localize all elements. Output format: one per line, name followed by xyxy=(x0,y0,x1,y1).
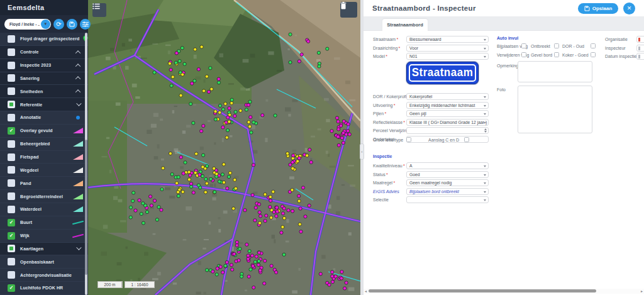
scroll-right-arrow[interactable]: ▸ xyxy=(641,289,643,293)
field-input-pijlen[interactable]: Geen pijl xyxy=(406,110,489,117)
layer-checkbox[interactable] xyxy=(8,48,15,56)
checkbox-bijplaatsen-vlag[interactable] xyxy=(521,43,526,48)
field-input-maatregel[interactable]: Geen maatregel nodig xyxy=(406,179,489,186)
layer-checkbox[interactable]: ✓ xyxy=(8,284,15,292)
save-button[interactable]: Opslaan xyxy=(578,3,618,14)
layer-swatch-triangle xyxy=(72,206,84,212)
tab-straatnaambord[interactable]: Straatnaambord xyxy=(382,19,428,31)
sidebar-scrollbar-thumb[interactable] xyxy=(85,140,87,275)
layer-checkbox[interactable] xyxy=(8,271,15,279)
layer-checkbox[interactable]: ✓ xyxy=(8,232,15,240)
field-input-organisatie[interactable] xyxy=(636,36,644,43)
sidebar-item-overlay-gevuld[interactable]: ✓Overlay gevuld xyxy=(0,125,88,138)
sidebar-item-kaartlagen[interactable]: Kaartlagen xyxy=(0,243,88,256)
save-view-button[interactable] xyxy=(67,19,77,30)
layer-checkbox[interactable] xyxy=(8,192,15,200)
layer-checkbox[interactable] xyxy=(8,245,15,252)
sidebar-item-wegdeel[interactable]: Wegdeel xyxy=(0,164,88,177)
checkbox-ontbreekt[interactable] xyxy=(554,43,559,48)
sidebar-item-floyd-drager-ge-nspecteerd[interactable]: Floyd drager geïnspecteerd xyxy=(0,33,88,46)
field-input-status[interactable]: Goed xyxy=(406,171,489,178)
sidebar-item-snelheden[interactable]: Snelheden xyxy=(0,85,88,98)
checkbox-verwijderen-vlag[interactable] xyxy=(521,52,526,57)
sidebar-item-fietspad[interactable]: Fietspad xyxy=(0,151,88,164)
checkbox-gevel-bord[interactable] xyxy=(554,52,559,57)
close-icon: ✕ xyxy=(627,5,632,11)
chevron-down-icon xyxy=(484,174,486,176)
sidebar-item-inspectie-2023[interactable]: Inspectie 2023 xyxy=(0,59,88,72)
required-asterisk: * xyxy=(386,172,388,177)
close-button[interactable]: ✕ xyxy=(623,3,635,14)
opmerking-textarea[interactable] xyxy=(518,61,592,82)
sidebar-scrollbar[interactable] xyxy=(85,33,87,295)
map-layers-button[interactable] xyxy=(92,3,106,17)
field-input-datum-inspectie[interactable] xyxy=(636,53,644,60)
field-input-ergis-advies[interactable]: Bijplaatsen bord ontbreekt xyxy=(406,188,489,195)
scroll-left-arrow[interactable]: ◂ xyxy=(365,289,367,293)
layer-checkbox[interactable] xyxy=(8,206,15,213)
checkbox-groot-lettertype[interactable] xyxy=(406,137,411,142)
chevron-up-icon xyxy=(72,50,84,54)
field-input-uitvoering[interactable]: Enkelzijdig middenachter lichtmast xyxy=(406,102,489,109)
panel-divider: ‹ xyxy=(360,0,364,295)
foto-dropzone[interactable] xyxy=(518,86,592,133)
sidebar-item-openbasiskaart[interactable]: Openbasiskaart xyxy=(0,255,88,269)
layer-checkbox[interactable] xyxy=(8,153,15,161)
auto-invul-header: Auto invul xyxy=(497,36,518,40)
sidebar-item-controle[interactable]: Controle xyxy=(0,46,88,59)
checkbox-aanslag-c-en-d[interactable] xyxy=(464,137,469,142)
layer-checkbox[interactable] xyxy=(8,140,15,148)
layer-checkbox[interactable] xyxy=(8,35,15,43)
collapse-panel-handle[interactable]: ‹ xyxy=(360,143,364,160)
chevron-up-icon xyxy=(72,89,84,93)
checkbox-label-gevel-bord: Gevel bord xyxy=(531,53,552,57)
filter-button[interactable] xyxy=(80,19,91,30)
layer-checkbox[interactable] xyxy=(8,114,15,121)
layer-checkbox[interactable] xyxy=(8,166,15,174)
sidebar-item-waterdeel[interactable]: Waterdeel xyxy=(0,203,88,216)
field-input-model[interactable]: N01 xyxy=(406,53,489,60)
layer-checkbox[interactable]: ✓ xyxy=(8,219,15,226)
save-button-label: Opslaan xyxy=(592,6,613,11)
number-stepper[interactable] xyxy=(484,128,487,133)
required-asterisk: * xyxy=(394,103,396,108)
profile-dropdown[interactable]: Floyd / Ineke - ... ▾ xyxy=(4,19,51,30)
field-input-inspecteur[interactable] xyxy=(636,45,644,52)
horizontal-scrollbar[interactable]: ◂ ▸ xyxy=(364,289,644,294)
layer-checkbox[interactable] xyxy=(8,74,15,82)
refresh-button[interactable]: ⟳ xyxy=(53,19,64,30)
field-input-reflectieklasse[interactable]: Klasse III ( DG³ Diamond Grade 12 jaar ) xyxy=(406,119,489,126)
layer-checkbox[interactable] xyxy=(8,62,15,69)
layer-label: Wegdeel xyxy=(20,168,72,172)
sidebar-item-wijk[interactable]: ✓Wijk xyxy=(0,230,88,243)
layer-checkbox[interactable]: ✓ xyxy=(8,127,15,135)
field-input-perceel-verwijzing[interactable] xyxy=(406,127,489,134)
layer-label: Pand xyxy=(20,181,72,186)
sidebar-item-achtergrondvisualisatie[interactable]: Achtergrondvisualisatie xyxy=(0,269,88,282)
layer-checkbox[interactable] xyxy=(8,101,15,108)
map-canvas[interactable]: 200 m 1 : 16460 xyxy=(88,0,360,295)
layer-checkbox[interactable] xyxy=(8,258,15,265)
layer-checkbox[interactable] xyxy=(8,179,15,187)
sidebar-item-begroeidterreindeel[interactable]: Begroeidterreindeel xyxy=(0,190,88,203)
chevron-down-icon[interactable]: ▾ xyxy=(41,19,50,29)
layer-checkbox[interactable] xyxy=(8,87,15,95)
refresh-icon: ⟳ xyxy=(56,21,61,28)
horizontal-scrollbar-thumb[interactable] xyxy=(369,289,596,292)
field-input-kwaliteitniveau[interactable]: A xyxy=(406,162,489,169)
checkbox-dor-oud[interactable] xyxy=(591,43,596,48)
field-input-selectie[interactable] xyxy=(406,196,489,203)
sidebar-item-pand[interactable]: Pand xyxy=(0,177,88,190)
field-input-straatnaam[interactable]: Biessumerwaard xyxy=(406,36,489,43)
field-label-organisatie: Organisatie xyxy=(605,37,628,42)
checkbox-koker-goed[interactable] xyxy=(591,52,596,57)
sidebar-item-buurt[interactable]: ✓Buurt xyxy=(0,216,88,230)
sidebar-item-beheergebied[interactable]: Beheergebied xyxy=(0,138,88,151)
sidebar-item-referentie[interactable]: Referentie xyxy=(0,98,88,111)
field-input-dor-kokerprofiel[interactable]: Kokerprofiel xyxy=(406,93,489,100)
sidebar-item-annotatie[interactable]: Annotatie xyxy=(0,111,88,125)
sidebar-item-sanering[interactable]: Sanering xyxy=(0,72,88,86)
sidebar-item-luchtfoto-pdok-hr[interactable]: ✓Luchtfoto PDOK HR xyxy=(0,282,88,295)
map-delete-button[interactable] xyxy=(340,2,357,18)
field-input-draairichting[interactable]: Voor xyxy=(406,45,489,52)
